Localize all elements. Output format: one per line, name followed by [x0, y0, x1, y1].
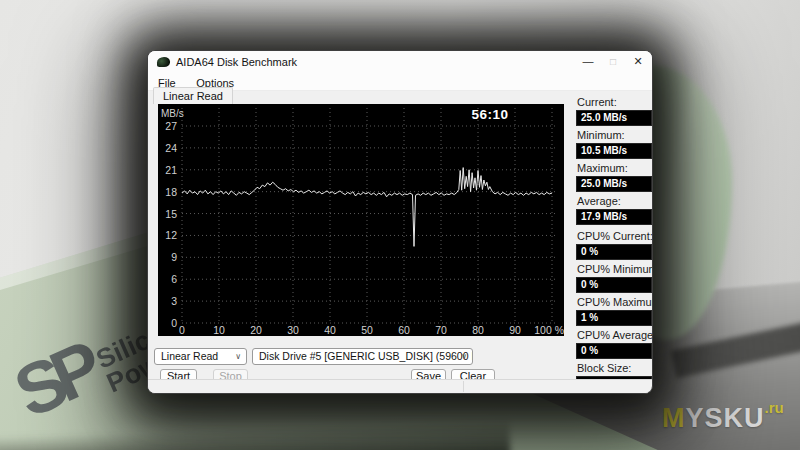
stats-panel: Current:25.0 MB/sMinimum:10.5 MB/sMaximu…: [576, 96, 652, 394]
stat-value: 10.5 MB/s: [576, 143, 652, 159]
y-tick-label: 0: [171, 317, 177, 329]
benchmark-mode-select[interactable]: Linear Read ∨: [154, 348, 247, 365]
mysku-watermark: MYSKU.ru: [662, 399, 784, 434]
x-tick-label: 30: [287, 324, 299, 336]
elapsed-time: 56:10: [454, 107, 526, 122]
x-tick-label: 60: [398, 324, 410, 336]
tab-linear-read[interactable]: Linear Read: [153, 87, 233, 104]
stat-block: Average:17.9 MB/s: [576, 195, 652, 225]
status-bar-divider: [463, 381, 464, 392]
stat-value: 0 %: [576, 244, 652, 260]
stat-label: CPU% Current:: [577, 230, 652, 242]
chevron-down-icon: ∨: [235, 351, 241, 363]
stat-block: CPU% Current:0 %: [576, 230, 652, 260]
stat-label: CPU% Maximum:: [577, 296, 652, 308]
minimize-icon[interactable]: —: [578, 54, 598, 70]
y-tick-label: 24: [165, 142, 177, 154]
y-tick-label: 15: [165, 208, 177, 220]
stat-value: 25.0 MB/s: [576, 176, 652, 192]
x-tick-label: 50: [361, 324, 373, 336]
title-bar: AIDA64 Disk Benchmark — □ ✕: [148, 51, 652, 73]
x-tick-label: 90: [509, 324, 521, 336]
y-axis-unit-label: MB/s: [161, 108, 184, 119]
stat-block: Maximum:25.0 MB/s: [576, 162, 652, 192]
stat-value: 17.9 MB/s: [576, 209, 652, 225]
chevron-down-icon: ∨: [461, 351, 467, 363]
stat-block: CPU% Minimum:0 %: [576, 263, 652, 293]
x-tick-label: 100 %: [534, 324, 564, 336]
stat-label: Current:: [577, 96, 652, 108]
stat-block: CPU% Average:0 %: [576, 329, 652, 359]
y-tick-label: 18: [165, 186, 177, 198]
stat-value: 25.0 MB/s: [576, 110, 652, 126]
benchmark-chart-svg: MB/s272421181512963001020304050607080901…: [158, 104, 564, 336]
aida64-disk-benchmark-window: AIDA64 Disk Benchmark — □ ✕ File Options…: [147, 50, 653, 394]
stat-label: Maximum:: [577, 162, 652, 174]
close-icon[interactable]: ✕: [628, 54, 648, 70]
x-tick-label: 0: [179, 324, 185, 336]
stat-label: CPU% Average:: [577, 329, 652, 341]
y-tick-label: 21: [165, 164, 177, 176]
y-tick-label: 6: [171, 273, 177, 285]
read-speed-line: [182, 168, 552, 247]
x-tick-label: 10: [213, 324, 225, 336]
x-tick-label: 20: [250, 324, 262, 336]
stat-block: CPU% Maximum:1 %: [576, 296, 652, 326]
stat-label: Minimum:: [577, 129, 652, 141]
disk-drive-select[interactable]: Disk Drive #5 [GENERIC USB_DISK] (59600 …: [252, 348, 473, 365]
stat-block: Current:25.0 MB/s: [576, 96, 652, 126]
benchmark-chart: MB/s272421181512963001020304050607080901…: [158, 104, 564, 336]
maximize-icon: □: [603, 54, 623, 70]
stat-label: CPU% Minimum:: [577, 263, 652, 275]
y-tick-label: 27: [165, 120, 177, 132]
x-tick-label: 80: [472, 324, 484, 336]
stat-label: Average:: [577, 195, 652, 207]
status-bar: [148, 379, 652, 393]
y-tick-label: 3: [171, 295, 177, 307]
screenshot-scene: SP Silicon Power MYSKU.ru AIDA64 Disk Be…: [0, 0, 800, 450]
stat-value: 0 %: [576, 277, 652, 293]
y-tick-label: 9: [171, 251, 177, 263]
stat-block: Minimum:10.5 MB/s: [576, 129, 652, 159]
x-tick-label: 70: [435, 324, 447, 336]
app-icon: [157, 57, 170, 67]
benchmark-mode-value: Linear Read: [161, 350, 218, 362]
x-tick-label: 40: [324, 324, 336, 336]
window-title: AIDA64 Disk Benchmark: [176, 56, 297, 68]
disk-drive-value: Disk Drive #5 [GENERIC USB_DISK] (59600 …: [259, 350, 473, 362]
stat-value: 1 %: [576, 310, 652, 326]
stat-value: 0 %: [576, 343, 652, 359]
stat-label: Block Size:: [577, 362, 652, 374]
y-tick-label: 12: [165, 229, 177, 241]
